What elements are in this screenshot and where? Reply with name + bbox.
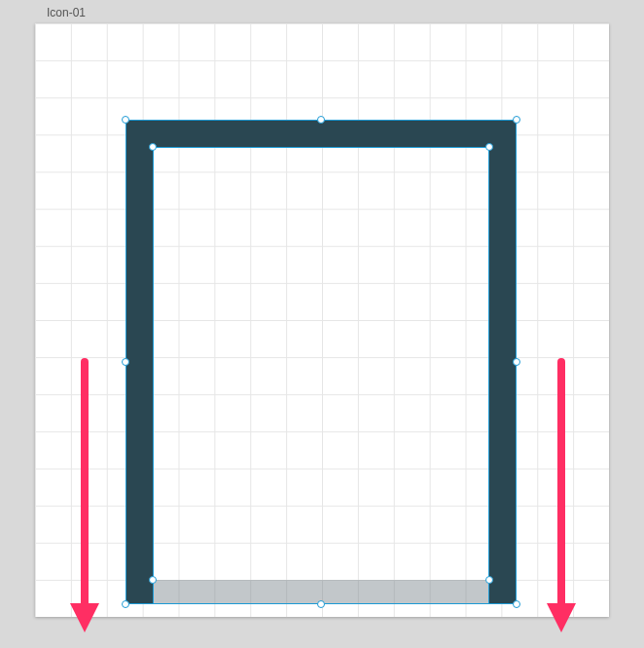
editor-stage: Icon-01: [0, 0, 644, 648]
arrow-head-icon: [547, 603, 576, 632]
resize-handle-tl[interactable]: [122, 116, 129, 124]
resize-handle-ml[interactable]: [122, 358, 129, 366]
artboard[interactable]: [35, 23, 609, 617]
resize-handle-bm[interactable]: [317, 600, 325, 608]
anchor-point-inner-br[interactable]: [485, 576, 493, 584]
anchor-point-inner-bl[interactable]: [149, 576, 157, 584]
anchor-point-inner-tr[interactable]: [485, 143, 493, 151]
resize-handle-tm[interactable]: [317, 116, 325, 124]
vector-shape[interactable]: [126, 121, 516, 603]
arrow-shaft-icon: [81, 358, 89, 611]
frame-title[interactable]: Icon-01: [47, 6, 86, 19]
resize-handle-bl[interactable]: [122, 600, 129, 608]
annotation-arrow-left: [74, 358, 95, 648]
resize-handle-tr[interactable]: [513, 116, 520, 124]
resize-handle-br[interactable]: [513, 600, 520, 608]
arrow-head-icon: [70, 603, 99, 632]
resize-handle-mr[interactable]: [513, 358, 520, 366]
anchor-point-inner-tl[interactable]: [149, 143, 157, 151]
annotation-arrow-right: [551, 358, 572, 648]
arrow-shaft-icon: [557, 358, 565, 611]
